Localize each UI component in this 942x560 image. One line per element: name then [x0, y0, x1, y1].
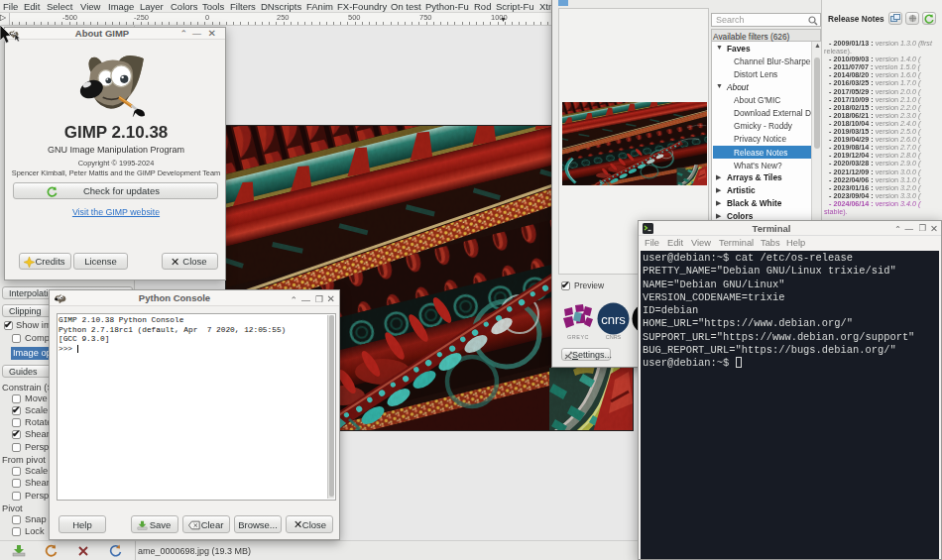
svg-text:cnrs: cnrs	[601, 312, 626, 327]
